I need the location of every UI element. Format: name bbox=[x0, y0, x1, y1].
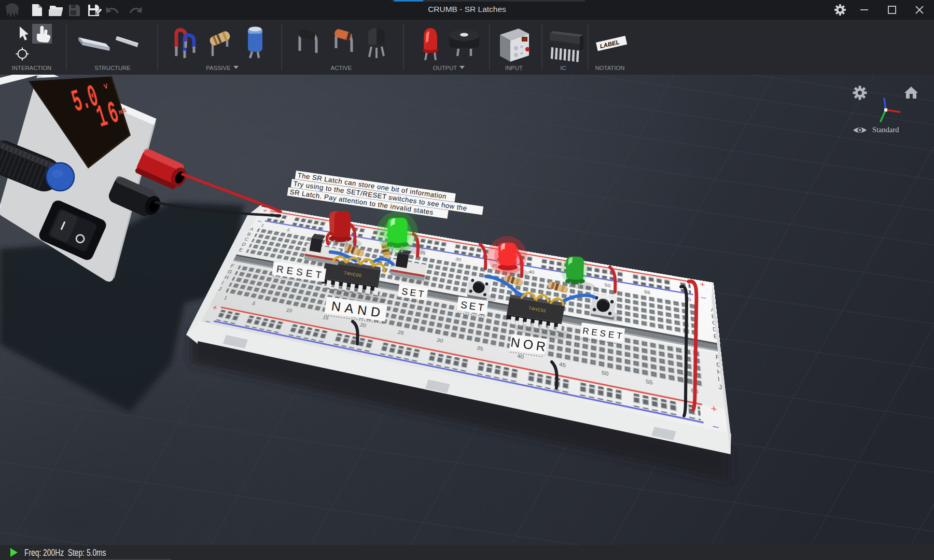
svg-text:ACTIVE: ACTIVE bbox=[331, 65, 352, 71]
svg-text:OUTPUT: OUTPUT bbox=[433, 65, 457, 71]
svg-text:STRUCTURE: STRUCTURE bbox=[94, 65, 131, 71]
svg-text:INPUT: INPUT bbox=[505, 65, 523, 71]
svg-text:Standard: Standard bbox=[872, 125, 899, 134]
svg-text:IC: IC bbox=[560, 65, 566, 71]
svg-text:INTERACTION: INTERACTION bbox=[12, 65, 52, 71]
svg-text:NOTATION: NOTATION bbox=[595, 65, 625, 71]
svg-text:PASSIVE: PASSIVE bbox=[206, 65, 231, 71]
